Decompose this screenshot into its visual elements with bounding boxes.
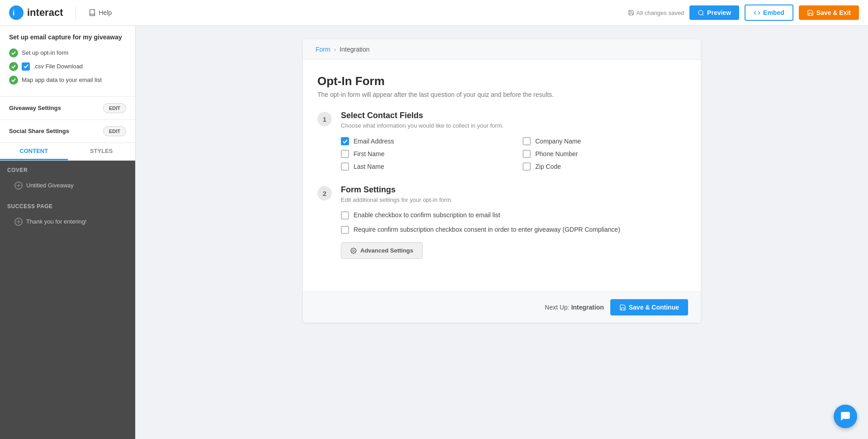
form-settings-items: Enable checkbox to confirm subscription … bbox=[341, 211, 686, 234]
main-content: Form › Integration Opt-In Form The opt-i… bbox=[136, 26, 868, 439]
field-email-label: Email Address bbox=[354, 138, 394, 145]
section1-body: Select Contact Fields Choose what inform… bbox=[341, 111, 686, 171]
breadcrumb: Form › Integration bbox=[303, 39, 701, 60]
field-firstname-checkbox[interactable] bbox=[341, 150, 349, 158]
cover-item-label: Untitled Giveaway bbox=[26, 182, 74, 189]
save-exit-icon bbox=[807, 10, 814, 16]
logo-text: interact bbox=[27, 7, 63, 19]
save-continue-button[interactable]: Save & Continue bbox=[610, 299, 688, 315]
save-continue-icon bbox=[619, 304, 626, 311]
section1-title: Select Contact Fields bbox=[341, 111, 686, 120]
embed-label: Embed bbox=[763, 9, 784, 16]
sidebar-tabs: CONTENT STYLES bbox=[0, 143, 135, 161]
field-lastname-checkbox[interactable] bbox=[341, 162, 349, 171]
setup-map-label: Map app data to your email list bbox=[22, 76, 102, 83]
check-circle-optin bbox=[9, 48, 18, 57]
svg-point-0 bbox=[9, 5, 24, 20]
cover-title: COVER bbox=[7, 167, 128, 173]
save-icon bbox=[628, 10, 634, 16]
section2-body: Form Settings Edit additional settings f… bbox=[341, 185, 686, 259]
advanced-settings-button[interactable]: Advanced Settings bbox=[341, 242, 423, 259]
field-company: Company Name bbox=[523, 137, 686, 145]
save-continue-label: Save & Continue bbox=[629, 304, 679, 311]
setting-enable-checkbox: Enable checkbox to confirm subscription … bbox=[341, 211, 686, 220]
csv-checkbox-icon bbox=[22, 62, 30, 71]
gear-icon bbox=[350, 248, 357, 254]
help-label: Help bbox=[99, 9, 112, 16]
success-title: SUCCESS PAGE bbox=[7, 203, 128, 210]
section-contact-fields: 1 Select Contact Fields Choose what info… bbox=[317, 111, 686, 171]
setup-csv-label: .csv File Download bbox=[33, 63, 83, 70]
success-item-label: Thank you for entering! bbox=[26, 218, 87, 225]
breadcrumb-separator: › bbox=[334, 46, 336, 53]
setup-title: Set up email capture for my giveaway bbox=[9, 33, 126, 42]
sidebar-setup: Set up email capture for my giveaway Set… bbox=[0, 26, 135, 97]
field-email: Email Address bbox=[341, 137, 505, 145]
logo[interactable]: i interact bbox=[9, 5, 63, 20]
embed-button[interactable]: Embed bbox=[745, 5, 793, 21]
field-phone: Phone Number bbox=[523, 150, 686, 158]
next-up-label: Next Up: bbox=[545, 304, 569, 311]
section2-title: Form Settings bbox=[341, 185, 686, 195]
preview-icon bbox=[698, 10, 704, 16]
nav-divider bbox=[75, 6, 76, 19]
section1-subtitle: Choose what information you would like t… bbox=[341, 122, 686, 129]
section2-subtitle: Edit additional settings for your opt-in… bbox=[341, 196, 686, 203]
tab-content[interactable]: CONTENT bbox=[0, 143, 68, 160]
field-zip-checkbox[interactable] bbox=[523, 162, 531, 171]
field-firstname-label: First Name bbox=[354, 150, 384, 157]
field-phone-label: Phone Number bbox=[535, 150, 578, 157]
left-sidebar: Set up email capture for my giveaway Set… bbox=[0, 26, 136, 439]
topnav-right: All changes saved Preview Embed Save & E… bbox=[628, 5, 859, 21]
field-last-name: Last Name bbox=[341, 162, 505, 171]
giveaway-settings-row: Giveaway Settings EDIT bbox=[0, 97, 135, 120]
chat-button[interactable] bbox=[834, 405, 857, 428]
save-exit-button[interactable]: Save & Exit bbox=[799, 5, 859, 20]
all-changes-status: All changes saved bbox=[628, 10, 684, 16]
top-nav: i interact Help All changes saved Previe… bbox=[0, 0, 868, 26]
form-body: Opt-In Form The opt-in form will appear … bbox=[303, 60, 701, 291]
code-icon bbox=[754, 10, 760, 16]
social-share-label: Social Share Settings bbox=[9, 128, 69, 134]
field-email-checkbox[interactable] bbox=[341, 137, 349, 145]
advanced-settings-label: Advanced Settings bbox=[360, 247, 413, 254]
all-changes-label: All changes saved bbox=[637, 10, 684, 16]
setting-require-checkbox: Require confirm subscription checkbox co… bbox=[341, 226, 686, 234]
chat-icon bbox=[840, 410, 851, 422]
check-circle-csv bbox=[9, 62, 18, 71]
svg-point-8 bbox=[353, 250, 354, 252]
cover-plus-icon bbox=[14, 181, 23, 190]
next-up-text: Next Up: Integration bbox=[545, 304, 604, 311]
success-section: SUCCESS PAGE Thank you for entering! bbox=[0, 197, 135, 233]
form-description: The opt-in form will appear after the la… bbox=[317, 91, 686, 98]
tab-styles[interactable]: STYLES bbox=[68, 143, 136, 160]
form-title: Opt-In Form bbox=[317, 74, 686, 88]
cover-section: COVER Untitled Giveaway bbox=[0, 161, 135, 197]
enable-sub-checkbox[interactable] bbox=[341, 211, 349, 220]
require-sub-checkbox[interactable] bbox=[341, 226, 349, 234]
section-form-settings: 2 Form Settings Edit additional settings… bbox=[317, 185, 686, 259]
contact-fields-grid: Email Address Company Name bbox=[341, 137, 686, 171]
setup-item-map: Map app data to your email list bbox=[9, 76, 126, 85]
field-company-checkbox[interactable] bbox=[523, 137, 531, 145]
require-sub-label: Require confirm subscription checkbox co… bbox=[354, 226, 620, 233]
breadcrumb-form-link[interactable]: Form bbox=[316, 46, 330, 53]
svg-text:i: i bbox=[13, 9, 14, 17]
setup-item-csv: .csv File Download bbox=[9, 62, 126, 71]
form-card: Form › Integration Opt-In Form The opt-i… bbox=[303, 39, 701, 323]
help-button[interactable]: Help bbox=[89, 9, 112, 16]
body-layout: Set up email capture for my giveaway Set… bbox=[0, 26, 868, 439]
svg-line-3 bbox=[703, 14, 704, 15]
book-icon bbox=[89, 9, 96, 16]
preview-button[interactable]: Preview bbox=[689, 5, 739, 20]
giveaway-edit-button[interactable]: EDIT bbox=[103, 103, 126, 113]
preview-label: Preview bbox=[707, 9, 731, 16]
field-phone-checkbox[interactable] bbox=[523, 150, 531, 158]
success-item[interactable]: Thank you for entering! bbox=[7, 214, 128, 229]
field-first-name: First Name bbox=[341, 150, 505, 158]
cover-item[interactable]: Untitled Giveaway bbox=[7, 178, 128, 193]
logo-icon: i bbox=[9, 5, 24, 20]
save-exit-label: Save & Exit bbox=[816, 9, 851, 16]
social-share-edit-button[interactable]: EDIT bbox=[103, 126, 126, 136]
breadcrumb-integration: Integration bbox=[340, 46, 369, 53]
